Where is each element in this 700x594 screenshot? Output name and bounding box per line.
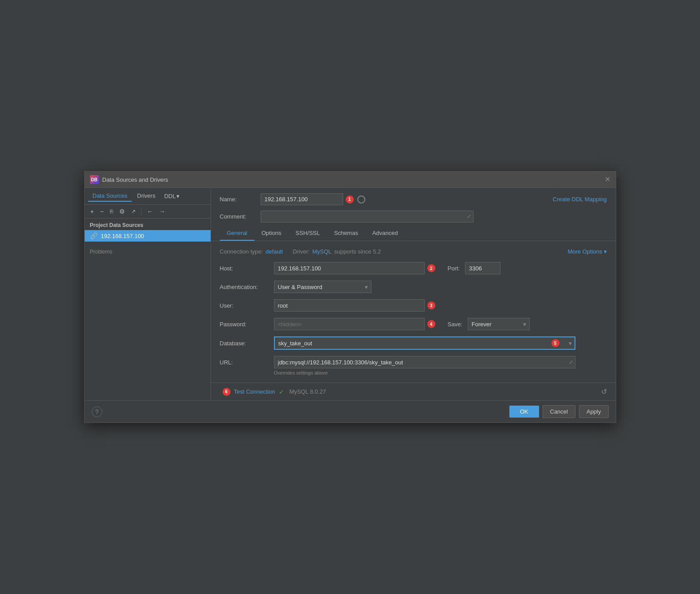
- bottom-bar: 6 Test Connection ✓ MySQL 8.0.27 ↺: [211, 383, 616, 400]
- password-input-wrapper: 4: [274, 318, 435, 330]
- connection-type-row: Connection type: default Driver: MySQL s…: [220, 248, 607, 255]
- chevron-down-icon: ▾: [176, 193, 180, 199]
- window-title: Data Sources and Drivers: [102, 176, 168, 183]
- driver-supports: supports since 5.2: [334, 248, 381, 255]
- main-dialog: DB Data Sources and Drivers ✕ Data Sourc…: [84, 171, 616, 423]
- project-data-sources-label: Project Data Sources: [85, 219, 211, 230]
- mysql-version-text: MySQL 8.0.27: [289, 388, 326, 395]
- database-dropdown-icon[interactable]: ▾: [569, 340, 572, 347]
- auth-row: Authentication: User & Password ▾: [220, 281, 607, 293]
- host-input[interactable]: [274, 262, 425, 274]
- name-badge: 1: [346, 195, 354, 203]
- connection-type-value[interactable]: default: [266, 248, 283, 255]
- datasource-item-192[interactable]: 🔗 192.168.157.100: [85, 230, 211, 242]
- user-label: User:: [220, 302, 269, 309]
- apply-button[interactable]: Apply: [579, 405, 609, 418]
- ok-button[interactable]: OK: [509, 406, 539, 418]
- password-label: Password:: [220, 321, 269, 328]
- settings-button[interactable]: ⚙: [117, 207, 127, 216]
- auth-label: Authentication:: [220, 284, 269, 290]
- user-row: User: 3: [220, 299, 607, 312]
- tab-general[interactable]: General: [220, 226, 254, 241]
- export-button[interactable]: ↗: [129, 207, 138, 216]
- auth-select[interactable]: User & Password: [274, 281, 372, 293]
- remove-button[interactable]: −: [98, 207, 106, 216]
- comment-input[interactable]: [261, 211, 473, 223]
- back-button[interactable]: ←: [145, 207, 155, 216]
- tab-drivers[interactable]: Drivers: [133, 191, 160, 202]
- host-label: Host:: [220, 265, 269, 272]
- save-select[interactable]: Forever: [468, 318, 530, 330]
- overrides-text: Overrides settings above: [274, 370, 607, 375]
- tab-schemas[interactable]: Schemas: [327, 226, 365, 241]
- expand-icon: ⤢: [467, 214, 471, 219]
- url-input-wrapper: ⤢: [274, 356, 575, 368]
- form-area: Connection type: default Driver: MySQL s…: [211, 241, 616, 383]
- user-badge: 3: [427, 301, 435, 309]
- connection-type-label: Connection type:: [220, 248, 263, 255]
- name-row: Name: 1 Create DDL Mapping: [211, 188, 616, 209]
- comment-row: Comment: ⤢: [211, 209, 616, 226]
- user-input[interactable]: [274, 299, 425, 312]
- url-input[interactable]: [274, 356, 575, 368]
- db-badge-wrapper: 5 ▾: [274, 336, 575, 350]
- close-button[interactable]: ✕: [605, 176, 610, 183]
- title-bar-left: DB Data Sources and Drivers: [90, 175, 168, 184]
- port-label: Port:: [448, 265, 460, 272]
- name-input-container: 1: [261, 193, 547, 205]
- auth-select-wrapper: User & Password ▾: [274, 281, 372, 293]
- help-icon: ?: [95, 408, 99, 415]
- test-connection-badge: 6: [223, 388, 231, 396]
- test-connection-label: Test Connection: [234, 388, 275, 395]
- name-label: Name:: [220, 196, 255, 203]
- connection-success-icon: ✓: [279, 388, 284, 395]
- copy-button[interactable]: ⎘: [108, 207, 115, 216]
- reset-icon[interactable]: ↺: [601, 387, 607, 396]
- comment-label: Comment:: [220, 213, 255, 220]
- cancel-button[interactable]: Cancel: [543, 405, 575, 418]
- host-row: Host: 2 Port:: [220, 262, 607, 274]
- datasource-name: 192.168.157.100: [101, 233, 145, 239]
- password-input[interactable]: [274, 318, 425, 330]
- tab-ddl[interactable]: DDL ▾: [160, 191, 183, 201]
- save-select-wrapper: Forever ▾: [468, 318, 530, 330]
- dialog-footer: ? OK Cancel Apply: [85, 400, 616, 422]
- forward-button[interactable]: →: [157, 207, 168, 216]
- url-row: URL: ⤢: [220, 356, 607, 368]
- url-expand-icon[interactable]: ⤢: [569, 360, 573, 365]
- create-ddl-link[interactable]: Create DDL Mapping: [553, 196, 607, 203]
- database-input[interactable]: [274, 336, 575, 350]
- test-connection-area: 6 Test Connection ✓ MySQL 8.0.27: [220, 388, 326, 396]
- driver-label-text: Driver:: [293, 248, 309, 255]
- port-input[interactable]: [465, 262, 501, 274]
- database-icon: 🔗: [90, 232, 98, 239]
- help-button[interactable]: ?: [92, 406, 102, 417]
- app-icon: DB: [90, 175, 99, 184]
- tab-bar: General Options SSH/SSL Schemas Advanced: [211, 226, 616, 241]
- url-label: URL:: [220, 359, 269, 366]
- chevron-down-icon-more: ▾: [604, 248, 607, 255]
- left-panel: Data Sources Drivers DDL ▾ + − ⎘ ⚙ ↗ ← →…: [85, 188, 211, 400]
- more-options-btn[interactable]: More Options ▾: [567, 248, 606, 255]
- name-input[interactable]: [261, 193, 343, 205]
- tab-data-sources[interactable]: Data Sources: [88, 191, 132, 202]
- right-panel: Name: 1 Create DDL Mapping Comment: ⤢: [211, 188, 616, 400]
- password-row: Password: 4 Save: Forever ▾: [220, 318, 607, 330]
- status-indicator: [357, 195, 365, 203]
- host-badge: 2: [427, 264, 435, 272]
- add-button[interactable]: +: [88, 207, 96, 216]
- database-badge: 5: [551, 339, 559, 347]
- user-input-wrapper: 3: [274, 299, 435, 312]
- tab-advanced[interactable]: Advanced: [365, 226, 405, 241]
- tab-ssh-ssl[interactable]: SSH/SSL: [289, 226, 327, 241]
- password-badge: 4: [427, 320, 435, 328]
- tab-options[interactable]: Options: [254, 226, 289, 241]
- database-input-wrapper: 5 ▾: [274, 336, 575, 350]
- left-toolbar: + − ⎘ ⚙ ↗ ← →: [85, 205, 211, 219]
- driver-value[interactable]: MySQL: [312, 248, 331, 255]
- left-tabs: Data Sources Drivers DDL ▾: [85, 188, 211, 205]
- main-content: Data Sources Drivers DDL ▾ + − ⎘ ⚙ ↗ ← →…: [85, 188, 616, 400]
- save-label: Save:: [448, 321, 462, 328]
- toolbar-separator: [141, 208, 141, 215]
- test-connection-button[interactable]: Test Connection: [234, 388, 275, 395]
